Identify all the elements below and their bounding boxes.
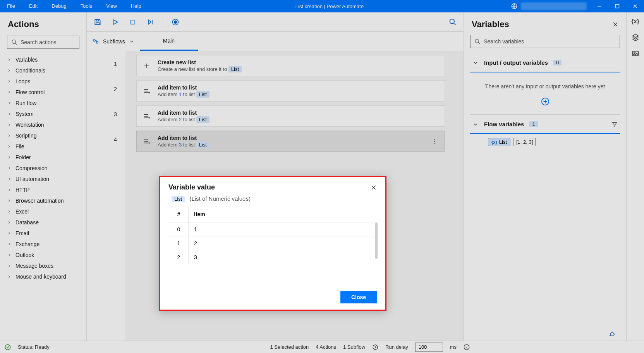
svg-point-14 [5, 344, 10, 350]
action-category[interactable]: Message boxes [0, 260, 86, 271]
menu-view[interactable]: View [99, 0, 124, 12]
step-more-button[interactable] [430, 137, 439, 146]
action-category[interactable]: Scripting [0, 130, 86, 141]
step-icon [142, 61, 151, 71]
action-category[interactable]: UI automation [0, 174, 86, 184]
chevron-right-icon [7, 188, 12, 192]
run-button[interactable] [110, 17, 121, 28]
action-category[interactable]: Folder [0, 152, 86, 163]
line-number: 4 [87, 127, 125, 152]
variable-value-dialog: Variable value List (List of Numeric val… [159, 176, 386, 311]
variables-tab-button[interactable]: {x} [631, 18, 639, 25]
search-variables-input[interactable]: Search variables [470, 35, 620, 48]
dialog-close-action-button[interactable]: Close [340, 291, 377, 303]
grid-cell-item: 1 [189, 226, 197, 232]
flow-variable-row[interactable]: {x} List [1, 2, 3] [470, 134, 620, 196]
action-category[interactable]: Workstation [0, 119, 86, 130]
chevron-right-icon [7, 144, 12, 149]
close-variables-button[interactable] [612, 21, 618, 28]
svg-point-6 [450, 19, 455, 24]
menu-edit[interactable]: Edit [22, 0, 45, 12]
svg-point-9 [434, 143, 435, 143]
step-description: Add item 2 to list List [158, 117, 439, 122]
save-button[interactable] [92, 17, 103, 28]
action-category[interactable]: Variables [0, 54, 86, 65]
step-description: Add item 3 to list List [158, 142, 424, 148]
action-category[interactable]: Mouse and keyboard [0, 271, 86, 282]
record-button[interactable] [170, 17, 181, 28]
clear-variables-button[interactable] [470, 329, 620, 341]
images-button[interactable] [632, 50, 639, 57]
grid-row[interactable]: 12 [169, 236, 376, 250]
action-category[interactable]: System [0, 108, 86, 119]
run-delay-unit: ms [450, 344, 457, 350]
variable-chip[interactable]: {x} List [488, 138, 510, 146]
add-io-variable-button[interactable] [470, 93, 620, 114]
subflows-label: Subflows [103, 38, 125, 45]
action-category-label: Run flow [15, 100, 36, 106]
step-title: Add item to list [158, 135, 424, 141]
grid-row[interactable]: 23 [169, 250, 376, 264]
actions-panel: Actions Search actions VariablesConditio… [0, 12, 87, 341]
flow-step[interactable]: Create new listCreate a new list and sto… [136, 55, 445, 76]
search-flow-button[interactable] [447, 17, 458, 28]
action-category[interactable]: Outlook [0, 250, 86, 260]
action-category[interactable]: Browser automation [0, 195, 86, 206]
environment-name [521, 2, 587, 10]
flow-variables-title: Flow variables [484, 121, 524, 127]
action-category[interactable]: Loops [0, 76, 86, 87]
action-category[interactable]: HTTP [0, 184, 86, 195]
flow-variables-toggle[interactable]: Flow variables 1 [470, 115, 620, 134]
action-category[interactable]: Compression [0, 163, 86, 174]
grid-header-index: # [169, 206, 189, 222]
action-category[interactable]: Flow control [0, 87, 86, 98]
action-category[interactable]: Exchange [0, 239, 86, 250]
step-button[interactable] [145, 17, 156, 28]
status-subflow: 1 Subflow [343, 344, 365, 350]
action-category-label: HTTP [15, 187, 30, 193]
search-icon [11, 39, 17, 45]
flow-step[interactable]: Add item to listAdd item 1 to list List [136, 80, 445, 102]
dialog-close-button[interactable] [371, 184, 377, 191]
chevron-down-icon [129, 39, 134, 44]
action-category-label: Excel [15, 208, 29, 215]
action-category[interactable]: Run flow [0, 98, 86, 108]
action-category[interactable]: Email [0, 228, 86, 239]
action-category[interactable]: File [0, 141, 86, 152]
action-category-label: Mouse and keyboard [15, 274, 66, 280]
tab-main[interactable]: Main [140, 32, 198, 51]
subflows-dropdown[interactable]: Subflows [87, 32, 140, 51]
statusbar: Status: Ready 1 Selected action 4 Action… [0, 341, 644, 353]
search-actions-input[interactable]: Search actions [7, 36, 79, 49]
variable-value: [1, 2, 3] [513, 138, 536, 146]
variables-panel: Variables Search variables Input / outpu… [464, 12, 626, 341]
svg-point-10 [475, 39, 479, 43]
action-category-label: Workstation [15, 122, 44, 128]
stop-button[interactable] [128, 17, 138, 27]
menu-help[interactable]: Help [124, 0, 148, 12]
filter-icon[interactable] [611, 121, 618, 127]
action-category-label: UI automation [15, 176, 49, 182]
action-category[interactable]: Conditionals [0, 65, 86, 76]
step-description: Add item 1 to list List [158, 91, 439, 97]
maximize-button[interactable] [608, 0, 626, 12]
run-delay-input[interactable] [415, 343, 443, 352]
action-category-label: Variables [15, 57, 38, 63]
flow-step[interactable]: Add item to listAdd item 3 to list List [136, 131, 445, 152]
layers-button[interactable] [632, 33, 639, 41]
svg-point-13 [634, 52, 635, 53]
menu-file[interactable]: File [0, 0, 22, 12]
grid-scrollbar[interactable] [375, 222, 378, 259]
toolbar [87, 12, 464, 32]
close-window-button[interactable] [626, 0, 644, 12]
svg-rect-3 [131, 20, 135, 24]
menu-tools[interactable]: Tools [74, 0, 99, 12]
info-icon[interactable] [464, 344, 470, 350]
action-category[interactable]: Database [0, 217, 86, 228]
flow-step[interactable]: Add item to listAdd item 2 to list List [136, 105, 445, 127]
action-category[interactable]: Excel [0, 206, 86, 217]
menu-debug[interactable]: Debug [45, 0, 73, 12]
grid-row[interactable]: 01 [169, 222, 376, 236]
minimize-button[interactable] [591, 0, 608, 12]
io-variables-toggle[interactable]: Input / output variables 0 [470, 53, 620, 72]
